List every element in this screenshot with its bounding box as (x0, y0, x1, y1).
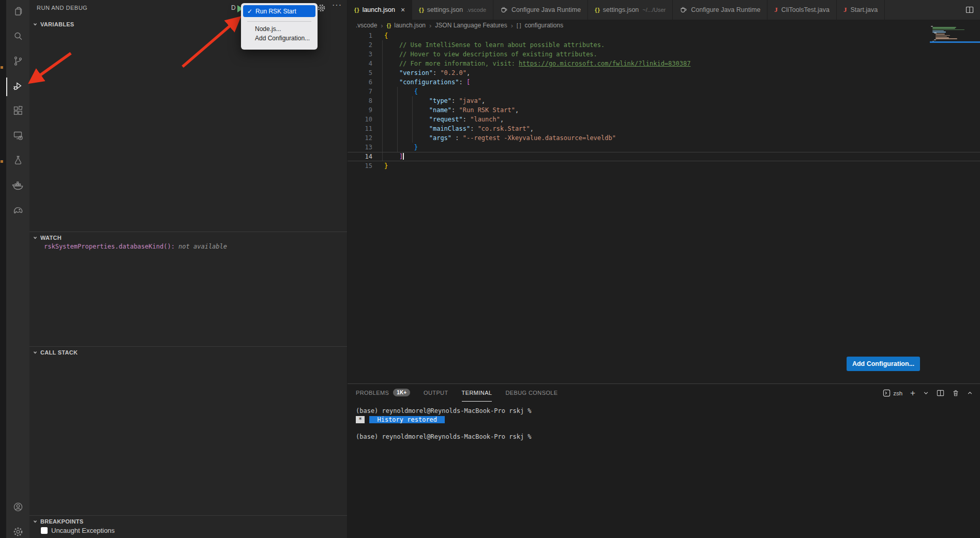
section-call-stack[interactable]: CALL STACK (29, 346, 347, 358)
activity-item-gradle[interactable] (6, 198, 29, 223)
section-breakpoints[interactable]: BREAKPOINTS (29, 515, 347, 527)
split-terminal-icon[interactable] (937, 389, 944, 397)
code-line-8[interactable]: 8 "type": "java", (348, 96, 980, 105)
editor-tab-start-java-6[interactable]: JStart.java (837, 0, 885, 20)
activity-item-search[interactable] (6, 25, 29, 50)
minimap-line (934, 39, 936, 40)
minimap-line (936, 35, 950, 36)
breadcrumb-separator: › (381, 22, 383, 29)
line-number: 10 (348, 115, 376, 124)
code-line-12[interactable]: 12 "args" : "--regtest -Xkeyvalue.dataso… (348, 133, 980, 143)
menu-item-nodejs[interactable]: Node.js... (241, 24, 318, 34)
trash-icon[interactable] (952, 389, 959, 397)
breakpoint-checkbox[interactable] (41, 527, 48, 534)
code-line-6[interactable]: 6 "configurations": [ (348, 78, 980, 87)
add-configuration-button[interactable]: Add Configuration... (847, 357, 920, 371)
panel-tab-terminal[interactable]: TERMINAL (462, 384, 492, 402)
line-number: 5 (348, 68, 376, 78)
gear-icon (12, 526, 24, 538)
activity-item-run-and-debug[interactable] (6, 74, 29, 99)
breadcrumb-item-json-language-features[interactable]: JSON Language Features (435, 22, 507, 29)
terminal-line: (base) reynoldmorel@Reynolds-MacBook-Pro… (356, 407, 532, 416)
background-strip (0, 0, 6, 538)
line-content: // Use IntelliSense to learn about possi… (376, 40, 605, 50)
minimap-line (932, 29, 964, 30)
code-line-5[interactable]: 5 "version": "0.2.0", (348, 68, 980, 78)
editor-tab-clitoolstest-java-5[interactable]: JCliToolsTest.java (767, 0, 837, 20)
editor-tab-settings-json-3[interactable]: { }settings.json~/.../User (588, 0, 673, 20)
strip-tick (1, 160, 3, 163)
editor-tab-configure-java-runtime-4[interactable]: Configure Java Runtime (673, 0, 767, 20)
code-line-9[interactable]: 9 "name": "Run RSK Start", (348, 105, 980, 115)
terminal-profile[interactable]: zsh (883, 389, 902, 397)
new-terminal-icon[interactable]: + (910, 389, 915, 397)
code-line-15[interactable]: 15} (348, 161, 980, 171)
code-line-10[interactable]: 10 "request": "launch", (348, 115, 980, 124)
chevron-down-icon (33, 22, 38, 27)
close-icon[interactable]: × (401, 6, 405, 13)
terminal-icon (883, 389, 891, 397)
chevron-up-icon[interactable] (967, 390, 973, 396)
menu-item-add-configuration[interactable]: Add Configuration... (241, 34, 318, 43)
code-line-1[interactable]: 1{ (348, 31, 980, 40)
panel-tab-problems[interactable]: PROBLEMS 1K+ (356, 384, 410, 402)
chevron-down-icon[interactable] (923, 390, 929, 396)
sidebar-title: RUN AND DEBUG (37, 5, 87, 11)
line-number: 14 (348, 152, 376, 161)
code-line-4[interactable]: 4 // For more information, visit: https:… (348, 59, 980, 68)
panel-tab-debug-console[interactable]: DEBUG CONSOLE (505, 384, 557, 402)
code-line-7[interactable]: 7 { (348, 87, 980, 96)
code-line-14[interactable]: 14 ] (348, 152, 980, 161)
breakpoint-row[interactable]: Uncaught Exceptions (41, 527, 115, 534)
minimap-current-line (930, 41, 980, 43)
line-content: "args" : "--regtest -Xkeyvalue.datasourc… (376, 133, 616, 143)
json-file-icon: { } (595, 7, 599, 13)
code-line-2[interactable]: 2 // Use IntelliSense to learn about pos… (348, 40, 980, 50)
config-dropdown-menu: ✓ Run RSK Start Node.js... Add Configura… (241, 3, 318, 50)
editor-tab-bar: { }launch.json×{ }settings.json.vscodeCo… (348, 0, 980, 20)
editor-tab-launch-json-0[interactable]: { }launch.json× (348, 0, 412, 20)
more-actions-icon[interactable]: ··· (332, 1, 342, 10)
activity-item-explorer[interactable] (6, 0, 29, 25)
gear-icon[interactable] (317, 4, 326, 14)
editor-tab-configure-java-runtime-2[interactable]: Configure Java Runtime (493, 0, 588, 20)
problems-count-badge: 1K+ (393, 389, 410, 396)
search-icon (12, 30, 24, 44)
docker-whale-icon (11, 178, 25, 194)
breadcrumb-item-launch-json[interactable]: launch.json (394, 22, 426, 29)
minimap[interactable] (930, 26, 980, 57)
code-line-13[interactable]: 13 } (348, 143, 980, 152)
line-number: 15 (348, 161, 376, 171)
activity-item-source-control[interactable] (6, 50, 29, 74)
files-icon (12, 5, 24, 20)
code-line-3[interactable]: 3 // Hover to view descriptions of exist… (348, 50, 980, 59)
section-watch[interactable]: WATCH (29, 232, 347, 243)
terminal-output[interactable]: (base) reynoldmorel@Reynolds-MacBook-Pro… (356, 407, 532, 441)
activity-item-settings[interactable] (6, 520, 29, 538)
activity-bar (6, 0, 29, 538)
code-line-11[interactable]: 11 "mainClass": "co.rsk.Start", (348, 124, 980, 133)
activity-item-docker[interactable] (6, 174, 29, 198)
activity-item-accounts[interactable] (6, 496, 29, 520)
line-content: "name": "Run RSK Start", (376, 105, 519, 115)
activity-item-remote-explorer[interactable] (6, 124, 29, 149)
code-editor[interactable]: 1{2 // Use IntelliSense to learn about p… (348, 31, 980, 383)
account-icon (12, 501, 24, 515)
minimap-line (936, 34, 945, 35)
terminal-line: * History restored (356, 416, 532, 424)
editor-tab-settings-json-1[interactable]: { }settings.json.vscode (412, 0, 493, 20)
source-control-icon (12, 55, 24, 69)
line-content: } (376, 143, 418, 152)
menu-item-run-rsk-start[interactable]: ✓ Run RSK Start (243, 5, 315, 17)
line-content: // Hover to view descriptions of existin… (376, 50, 597, 59)
panel-tab-output[interactable]: OUTPUT (424, 384, 448, 402)
line-number: 4 (348, 59, 376, 68)
split-editor-icon[interactable] (966, 6, 974, 14)
activity-item-extensions[interactable] (6, 99, 29, 124)
line-content: "version": "0.2.0", (376, 68, 470, 78)
activity-item-testing[interactable] (6, 149, 29, 174)
watch-expression-row[interactable]: rskSystemProperties.databaseKind(): not … (44, 243, 227, 250)
breadcrumb-item-vscode[interactable]: .vscode (356, 22, 377, 29)
breadcrumb-item-configurations[interactable]: configurations (524, 22, 563, 29)
tab-path-suffix: ~/.../User (642, 7, 666, 13)
